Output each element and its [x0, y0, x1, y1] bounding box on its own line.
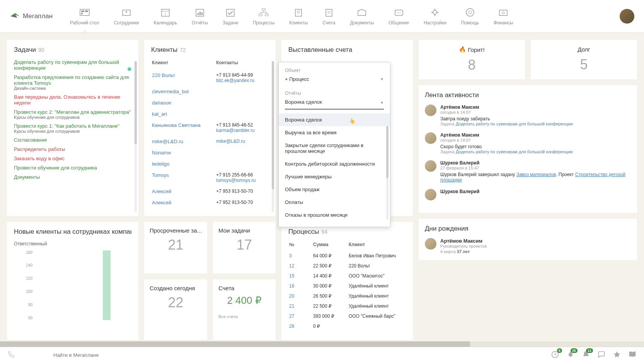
scrollbar[interactable]	[272, 61, 274, 212]
activity-item[interactable]: Артёмов Максимсегодня в 14:07Завтра поед…	[425, 104, 631, 126]
svg-rect-11	[199, 12, 201, 15]
task-item[interactable]: Доделать работу по сувенирам для большой…	[14, 59, 131, 71]
process-row[interactable]: 27393 000 ₽ООО "Снежный барс"	[289, 312, 405, 321]
process-row[interactable]: 2122 500 ₽Удалённый клиент	[289, 301, 405, 311]
svg-point-22	[297, 11, 300, 13]
svg-rect-1	[81, 10, 84, 12]
nav-item-2[interactable]: 1Календарь	[153, 7, 177, 26]
client-row[interactable]: Алексей+7 953 913-50-70	[152, 186, 268, 197]
scrollbar[interactable]	[135, 61, 137, 212]
dropdown-option[interactable]: Закрытые сделки сотрудниками в прошлом м…	[279, 139, 390, 158]
dropdown-option[interactable]: Объем продаж	[279, 183, 390, 196]
main-nav: Рабочий столСотрудники1КалендарьОтчётыЗа…	[70, 7, 612, 26]
client-row[interactable]: kat_ari	[152, 109, 268, 119]
svg-point-28	[399, 12, 399, 13]
hot-stat-card[interactable]: 🔥Горит! 8	[419, 40, 525, 79]
overdue-card[interactable]: Просроченные за... 21	[144, 222, 207, 274]
reports-select[interactable]: Воронка сделок ▲	[285, 98, 384, 110]
nav-item-5[interactable]: Процессы	[253, 7, 274, 26]
nav-item-12[interactable]: Финансы	[494, 7, 513, 26]
clients-widget: Клиенты 72 Клиент Контакты 220 Вольт+7 9…	[144, 40, 276, 216]
scrollbar[interactable]	[386, 115, 388, 220]
task-badge-icon: ◉	[127, 66, 131, 72]
svg-point-31	[466, 9, 474, 16]
user-avatar[interactable]	[620, 9, 634, 24]
nav-item-9[interactable]: Общение	[388, 7, 409, 26]
dropdown-option[interactable]: Оплаты	[279, 196, 390, 209]
task-item[interactable]: Документы	[14, 174, 131, 180]
client-row[interactable]: clevermedia_bot	[152, 86, 268, 97]
nav-item-11[interactable]: Помощь	[461, 7, 479, 26]
object-select[interactable]: + Процесс ▼	[285, 75, 384, 86]
client-row[interactable]: tedeligo	[152, 159, 268, 169]
svg-rect-14	[262, 9, 265, 10]
svg-point-27	[397, 12, 398, 13]
col-contact: Контакты	[216, 60, 268, 69]
nav-item-4[interactable]: Задачи	[223, 7, 238, 26]
activity-item[interactable]: Шурков Валерий	[425, 189, 631, 200]
task-item[interactable]: Согласование	[14, 137, 131, 143]
nav-item-7[interactable]: Счета	[322, 7, 335, 26]
nav-item-8[interactable]: Документы	[350, 7, 374, 26]
dropdown-option[interactable]: Выручка за все время	[279, 126, 390, 139]
nav-item-6[interactable]: Клиенты	[289, 7, 308, 26]
avatar	[425, 132, 436, 144]
task-item[interactable]: Заказать воду в офис	[14, 156, 131, 161]
bar-chart: 1601401201008060	[14, 250, 131, 320]
birthday-item[interactable]: Артёмов МаксимРуководитель проектов4 мар…	[425, 238, 631, 254]
app-logo[interactable]: Мегаплан	[10, 12, 53, 20]
accounts-card[interactable]: Счета 2 400 ₽ Все счета	[213, 279, 276, 340]
client-row[interactable]: Noname	[152, 147, 268, 158]
avatar	[425, 104, 436, 116]
svg-rect-10	[198, 13, 199, 15]
activity-item[interactable]: Шурков Валерий27 февраля в 15:47Шурков В…	[425, 160, 631, 183]
clients-title: Клиенты 72	[151, 46, 269, 54]
tasks-widget: Задачи 90 Доделать работу по сувенирам д…	[7, 40, 138, 216]
svg-rect-33	[499, 10, 507, 15]
task-item[interactable]: Распределить работы	[14, 146, 131, 152]
client-row[interactable]: dariasue	[152, 98, 268, 108]
debt-stat-card[interactable]: Долг 5	[531, 40, 637, 79]
activity-item[interactable]: Артёмов Максимсегодня в 14:07Скоро будет…	[425, 132, 631, 154]
nav-icon	[393, 7, 405, 18]
task-item[interactable]: Вам переданы дела. Ознакомьтесь в течени…	[14, 94, 131, 106]
nav-item-1[interactable]: Сотрудники	[114, 7, 139, 26]
process-row[interactable]: 280 ₽	[289, 322, 405, 331]
client-row[interactable]: Tomsys+7 915 255-66-66tomsys@tomsys.ru	[152, 170, 268, 185]
nav-item-3[interactable]: Отчёты	[192, 7, 208, 26]
nav-icon	[356, 7, 368, 18]
chevron-up-icon: ▲	[380, 100, 384, 104]
process-row[interactable]: 1630 000 ₽Удалённый клиент	[289, 281, 405, 291]
process-row[interactable]: 1514 400 ₽ООО "Маскитос"	[289, 271, 405, 281]
task-item[interactable]: Разработка предложения по созданию сайта…	[14, 74, 131, 91]
client-row[interactable]: mike@L&D.rumike@L&D.ru	[152, 136, 268, 147]
dropdown-option[interactable]: Лучшие менеджеры	[279, 170, 390, 183]
dropdown-option[interactable]: Отказы в прошлом месяце	[279, 209, 390, 221]
birthdays-widget: Дни рождения Артёмов МаксимРуководитель …	[419, 219, 637, 260]
process-row[interactable]: 1222 500 ₽220 Вольт	[289, 261, 405, 271]
dropdown-option[interactable]: Воронка сделок👆	[279, 113, 390, 126]
nav-icon	[323, 7, 335, 18]
nav-icon	[78, 7, 91, 18]
client-row[interactable]: 220 Вольт+7 913 845-44-99bliz.ek@yandex.…	[152, 70, 268, 86]
client-row[interactable]: Каньянова Светлана+7 913 845-46-52karma@…	[152, 120, 268, 135]
created-card[interactable]: Создано сегодня 22	[144, 279, 207, 340]
task-item[interactable]: Провести обучение для сотрудника	[14, 165, 131, 171]
client-row[interactable]: Алексей+7 952 913-50-70	[152, 197, 268, 208]
nav-item-0[interactable]: Рабочий стол	[70, 7, 99, 26]
task-item[interactable]: Провести курс 2: "Мегаплан для администр…	[14, 109, 131, 120]
avatar	[425, 160, 436, 172]
task-item[interactable]: Провести курс 1: "Как работать в Мегапла…	[14, 123, 131, 134]
process-row[interactable]: 364 000 ₽Белов Иван Петрович	[289, 251, 405, 260]
fire-icon: 🔥	[459, 46, 466, 53]
process-row[interactable]: 2026 500 ₽Удалённый клиент	[289, 291, 405, 301]
mytasks-card[interactable]: Мои задачи 17	[213, 222, 276, 274]
svg-rect-12	[201, 12, 203, 15]
svg-text:1: 1	[164, 12, 166, 15]
nav-icon	[224, 7, 237, 18]
horizontal-scrollbar[interactable]	[0, 341, 644, 347]
nav-item-10[interactable]: Настройки	[424, 7, 446, 26]
nav-icon	[464, 7, 476, 18]
dropdown-option[interactable]: Контроль дебиторской задолженности	[279, 158, 390, 170]
col-client: Клиент	[152, 60, 215, 69]
